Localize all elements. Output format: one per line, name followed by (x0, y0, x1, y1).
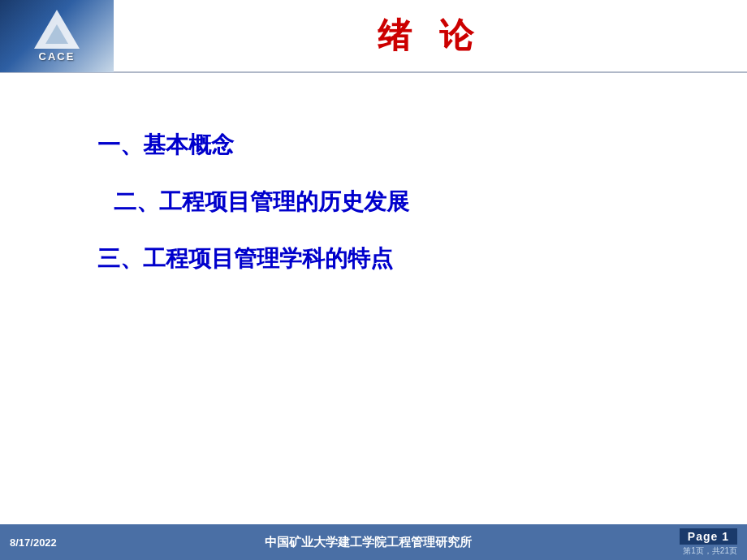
footer-page-label: Page 1 (680, 528, 737, 545)
footer-date: 8/17/2022 (10, 536, 57, 549)
logo-triangle-icon (34, 10, 80, 49)
logo-inner: CACE (34, 10, 80, 62)
menu-item-3[interactable]: 三、工程项目管理学科的特点 (97, 243, 698, 274)
footer-right: Page 1 第1页，共21页 (680, 528, 737, 557)
header-title-area: 绪 论 (114, 13, 747, 58)
menu-item-1[interactable]: 一、基本概念 (97, 130, 698, 161)
menu-item-2[interactable]: 二、工程项目管理的历史发展 (114, 187, 698, 218)
logo-area: CACE (0, 0, 114, 72)
slide-container: CACE 绪 论 一、基本概念 二、工程项目管理的历史发展 三、工程项目管理学科… (0, 0, 747, 560)
main-content: 一、基本概念 二、工程项目管理的历史发展 三、工程项目管理学科的特点 (0, 73, 747, 524)
slide-title: 绪 论 (378, 13, 484, 58)
logo-text: CACE (39, 50, 76, 62)
footer: 8/17/2022 中国矿业大学建工学院工程管理研究所 Page 1 第1页，共… (0, 524, 747, 560)
menu-items: 一、基本概念 二、工程项目管理的历史发展 三、工程项目管理学科的特点 (49, 130, 698, 274)
header: CACE 绪 论 (0, 0, 747, 73)
footer-institution: 中国矿业大学建工学院工程管理研究所 (265, 535, 472, 550)
footer-page-small: 第1页，共21页 (683, 545, 737, 557)
